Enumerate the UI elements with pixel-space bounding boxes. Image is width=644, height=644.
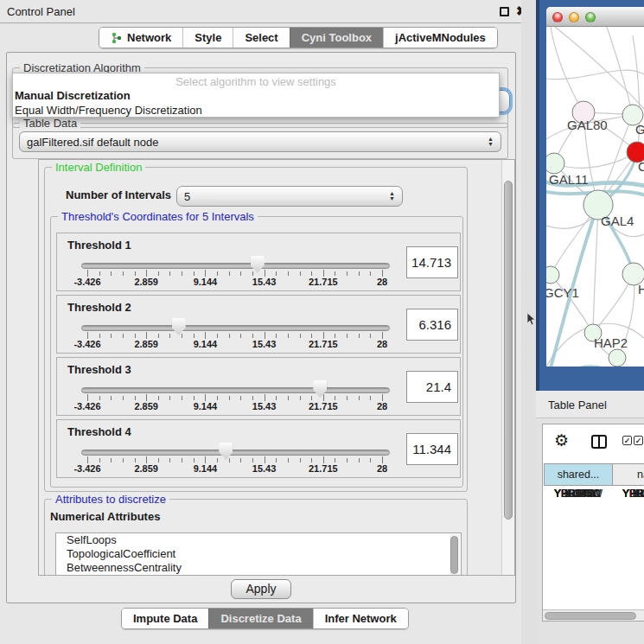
threshold-label: Threshold 4 xyxy=(67,425,131,438)
slider-thumb[interactable] xyxy=(251,256,265,273)
slider-tick-label: -3.426 xyxy=(73,401,100,411)
slider-tick xyxy=(182,458,182,462)
control-panel-title: Control Panel xyxy=(7,5,75,18)
bottom-tabbar: Impute DataDiscretize DataInfer Network xyxy=(121,608,409,629)
slider-track[interactable] xyxy=(81,263,390,269)
zoom-traffic-light[interactable] xyxy=(585,12,596,22)
slider-thumb[interactable] xyxy=(313,380,327,398)
slider-tick xyxy=(335,334,335,338)
slider-tick xyxy=(240,396,241,400)
slider-tick xyxy=(335,271,335,276)
network-canvas[interactable]: GAL80GACGAL11GAL4GCY1HHAP2 xyxy=(546,27,644,367)
network-node-label: GAL4 xyxy=(601,214,634,228)
slider-tick xyxy=(194,271,194,276)
slider-tick-label: 9.144 xyxy=(194,463,218,474)
column-visibility-icons[interactable]: ✓ ✓ xyxy=(622,436,643,445)
tab-cyni-toolbox[interactable]: Cyni Toolbox xyxy=(290,28,383,48)
network-window-titlebar[interactable] xyxy=(546,7,644,27)
network-node-gcy1[interactable] xyxy=(546,266,559,284)
slider-tick xyxy=(87,456,88,463)
slider-tick xyxy=(252,334,253,338)
slider-track[interactable] xyxy=(81,325,390,331)
tab-jactivemnodules[interactable]: jActiveMNodules xyxy=(383,28,497,48)
table-hscrollbar-thumb[interactable] xyxy=(545,612,636,620)
attributes-list-scrollbar[interactable] xyxy=(450,534,460,576)
spinner-arrows-icon: ▲▼ xyxy=(389,191,395,201)
slider-tick xyxy=(323,456,324,463)
threshold-value-field[interactable]: 14.713 xyxy=(406,246,458,278)
slider-tick-label: 15.43 xyxy=(252,463,277,474)
slider-tick xyxy=(300,334,301,338)
algorithm-option[interactable]: Equal Width/Frequency Discretization xyxy=(13,103,499,118)
slider-tick xyxy=(323,270,324,277)
tab-select[interactable]: Select xyxy=(233,28,289,48)
threshold-value-field[interactable]: 11.344 xyxy=(406,433,458,465)
column-header-shared-name[interactable]: shared... xyxy=(544,463,613,486)
tab-discretize-data[interactable]: Discretize Data xyxy=(208,609,312,628)
column-header-name[interactable]: na xyxy=(612,463,644,486)
tab-infer-network[interactable]: Infer Network xyxy=(313,609,408,628)
table-panel-body: ⚙ ✓ ✓ shared... na YDL19...YDL1YDR27...Y… xyxy=(536,418,644,644)
threshold-panel: Threshold 4-3.4262.8599.14415.4321.71528… xyxy=(56,419,461,478)
slider-tick xyxy=(252,396,253,400)
slider-tick xyxy=(99,334,100,338)
slider-track[interactable] xyxy=(81,387,390,393)
slider-tick xyxy=(288,334,289,338)
apply-button[interactable]: Apply xyxy=(231,579,291,599)
slider-tick xyxy=(300,396,301,400)
slider-tick xyxy=(229,396,230,400)
attribute-list-item[interactable]: BetweennessCentrality xyxy=(56,561,461,575)
slider-tick xyxy=(288,271,289,276)
slider-tick xyxy=(288,458,289,462)
slider-tick-label: 28 xyxy=(377,401,387,411)
number-of-intervals-spinner[interactable]: 5 ▲▼ xyxy=(176,186,403,207)
attributes-scrollbar-thumb[interactable] xyxy=(450,536,458,574)
slider-tick xyxy=(359,458,360,462)
close-traffic-light[interactable] xyxy=(552,12,563,22)
slider-tick xyxy=(370,334,371,338)
table-horizontal-scrollbar[interactable] xyxy=(543,609,644,621)
mouse-cursor xyxy=(526,313,537,327)
table-data-combobox[interactable]: galFiltered.sif default node ▲▼ xyxy=(19,131,501,152)
tab-label: Impute Data xyxy=(133,612,197,625)
slider-tick xyxy=(146,332,147,339)
settings-scrollbar-thumb[interactable] xyxy=(504,181,513,520)
numerical-attributes-list[interactable]: SelfLoopsTopologicalCoefficientBetweenne… xyxy=(55,532,462,576)
slider-tick xyxy=(347,396,348,400)
slider-tick-label: 9.144 xyxy=(194,339,218,349)
network-node-gal11[interactable] xyxy=(546,153,564,174)
slider-tick xyxy=(158,458,159,462)
slider-tick xyxy=(123,334,124,338)
gear-icon[interactable]: ⚙ xyxy=(554,430,569,450)
attribute-list-item[interactable]: TopologicalCoefficient xyxy=(56,547,461,561)
slider-tick-label: 21.715 xyxy=(309,277,338,287)
slider-tick xyxy=(300,458,301,462)
slider-tick xyxy=(370,458,371,462)
slider-tick xyxy=(146,394,147,401)
algorithm-option[interactable]: Manual Discretization xyxy=(13,88,499,103)
tab-impute-data[interactable]: Impute Data xyxy=(122,609,208,628)
slider-tick xyxy=(217,458,218,462)
table-panel-header: Table Panel xyxy=(536,391,644,418)
slider-tick xyxy=(217,271,218,276)
threshold-value-field[interactable]: 21.4 xyxy=(406,371,458,403)
tab-network[interactable]: Network xyxy=(99,28,182,48)
split-columns-icon[interactable] xyxy=(591,435,607,449)
minimize-traffic-light[interactable] xyxy=(569,12,579,22)
network-node-label: C xyxy=(638,159,644,174)
threshold-value-field[interactable]: 6.316 xyxy=(406,309,458,341)
table-data-group-title: Table Data xyxy=(20,117,80,130)
slider-tick xyxy=(240,271,241,276)
settings-vertical-scrollbar[interactable] xyxy=(501,160,514,575)
slider-tick xyxy=(194,458,194,462)
tab-style[interactable]: Style xyxy=(182,28,233,48)
slider-tick xyxy=(276,334,277,338)
slider-thumb[interactable] xyxy=(172,318,186,335)
float-window-icon[interactable] xyxy=(500,7,509,16)
table-row[interactable]: YIL052CYIL0 xyxy=(543,488,644,501)
slider-track[interactable] xyxy=(81,450,390,456)
slider-tick xyxy=(265,394,265,401)
attribute-list-item[interactable]: SelfLoops xyxy=(56,533,461,547)
network-node[interactable] xyxy=(609,349,626,367)
slider-thumb[interactable] xyxy=(219,443,233,460)
